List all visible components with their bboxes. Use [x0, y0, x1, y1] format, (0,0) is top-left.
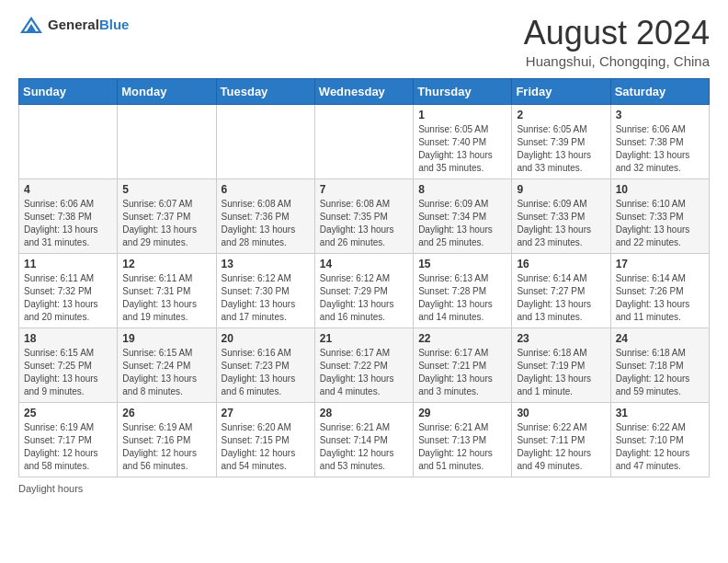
day-number: 15: [418, 258, 506, 270]
day-info: Sunrise: 6:06 AM Sunset: 7:38 PM Dayligh…: [24, 198, 112, 249]
day-number: 25: [24, 407, 112, 419]
week-row-5: 25Sunrise: 6:19 AM Sunset: 7:17 PM Dayli…: [19, 402, 710, 477]
day-info: Sunrise: 6:14 AM Sunset: 7:27 PM Dayligh…: [517, 272, 605, 324]
day-number: 30: [517, 407, 605, 419]
calendar-cell: 14Sunrise: 6:12 AM Sunset: 7:29 PM Dayli…: [314, 253, 413, 327]
calendar-cell: 5Sunrise: 6:07 AM Sunset: 7:37 PM Daylig…: [118, 178, 216, 253]
day-number: 14: [320, 258, 408, 270]
calendar-cell: 16Sunrise: 6:14 AM Sunset: 7:27 PM Dayli…: [512, 253, 610, 327]
day-number: 22: [418, 332, 506, 345]
header-sunday: Sunday: [19, 78, 118, 104]
day-info: Sunrise: 6:07 AM Sunset: 7:37 PM Dayligh…: [122, 198, 210, 249]
header-wednesday: Wednesday: [314, 78, 413, 104]
calendar-cell: [118, 104, 216, 178]
calendar-cell: [19, 104, 118, 178]
week-row-4: 18Sunrise: 6:15 AM Sunset: 7:25 PM Dayli…: [19, 327, 710, 402]
day-info: Sunrise: 6:17 AM Sunset: 7:22 PM Dayligh…: [320, 347, 408, 398]
day-info: Sunrise: 6:17 AM Sunset: 7:21 PM Dayligh…: [418, 347, 506, 398]
logo-general-text: General: [48, 17, 99, 32]
header-friday: Friday: [512, 78, 610, 104]
day-number: 19: [122, 332, 210, 345]
calendar-cell: 7Sunrise: 6:08 AM Sunset: 7:35 PM Daylig…: [314, 178, 413, 253]
day-info: Sunrise: 6:20 AM Sunset: 7:15 PM Dayligh…: [222, 421, 310, 473]
day-info: Sunrise: 6:08 AM Sunset: 7:35 PM Dayligh…: [320, 198, 408, 249]
day-info: Sunrise: 6:12 AM Sunset: 7:30 PM Dayligh…: [222, 272, 310, 324]
day-info: Sunrise: 6:16 AM Sunset: 7:23 PM Dayligh…: [222, 347, 310, 398]
header-tuesday: Tuesday: [216, 78, 314, 104]
logo-icon: [18, 15, 44, 35]
calendar-cell: 1Sunrise: 6:05 AM Sunset: 7:40 PM Daylig…: [414, 104, 512, 178]
day-number: 9: [517, 183, 605, 196]
day-number: 10: [616, 183, 704, 196]
calendar-cell: 8Sunrise: 6:09 AM Sunset: 7:34 PM Daylig…: [414, 178, 512, 253]
day-info: Sunrise: 6:05 AM Sunset: 7:39 PM Dayligh…: [517, 123, 605, 175]
day-info: Sunrise: 6:18 AM Sunset: 7:18 PM Dayligh…: [616, 347, 704, 398]
calendar-cell: [314, 104, 413, 178]
day-info: Sunrise: 6:18 AM Sunset: 7:19 PM Dayligh…: [517, 347, 605, 398]
calendar-cell: 11Sunrise: 6:11 AM Sunset: 7:32 PM Dayli…: [19, 253, 118, 327]
day-info: Sunrise: 6:15 AM Sunset: 7:24 PM Dayligh…: [122, 347, 210, 398]
day-number: 27: [222, 407, 310, 419]
calendar-cell: 10Sunrise: 6:10 AM Sunset: 7:33 PM Dayli…: [610, 178, 709, 253]
day-number: 31: [616, 407, 704, 419]
day-number: 13: [222, 258, 310, 270]
calendar-cell: 23Sunrise: 6:18 AM Sunset: 7:19 PM Dayli…: [512, 327, 610, 402]
day-info: Sunrise: 6:06 AM Sunset: 7:38 PM Dayligh…: [616, 123, 704, 175]
calendar-cell: 2Sunrise: 6:05 AM Sunset: 7:39 PM Daylig…: [512, 104, 610, 178]
day-number: 12: [122, 258, 210, 270]
day-number: 1: [418, 109, 506, 121]
day-number: 7: [320, 183, 408, 196]
day-number: 29: [418, 407, 506, 419]
month-year-title: August 2024: [524, 15, 710, 52]
header-thursday: Thursday: [414, 78, 512, 104]
calendar-cell: [216, 104, 314, 178]
week-row-1: 1Sunrise: 6:05 AM Sunset: 7:40 PM Daylig…: [19, 104, 710, 178]
calendar-cell: 28Sunrise: 6:21 AM Sunset: 7:14 PM Dayli…: [314, 402, 413, 477]
day-info: Sunrise: 6:10 AM Sunset: 7:33 PM Dayligh…: [616, 198, 704, 249]
day-info: Sunrise: 6:11 AM Sunset: 7:32 PM Dayligh…: [24, 272, 112, 324]
day-info: Sunrise: 6:12 AM Sunset: 7:29 PM Dayligh…: [320, 272, 408, 324]
header-monday: Monday: [118, 78, 216, 104]
day-info: Sunrise: 6:13 AM Sunset: 7:28 PM Dayligh…: [418, 272, 506, 324]
day-info: Sunrise: 6:21 AM Sunset: 7:14 PM Dayligh…: [320, 421, 408, 473]
weekday-header-row: Sunday Monday Tuesday Wednesday Thursday…: [19, 78, 710, 104]
day-info: Sunrise: 6:22 AM Sunset: 7:11 PM Dayligh…: [517, 421, 605, 473]
calendar-cell: 27Sunrise: 6:20 AM Sunset: 7:15 PM Dayli…: [216, 402, 314, 477]
day-info: Sunrise: 6:22 AM Sunset: 7:10 PM Dayligh…: [616, 421, 704, 473]
calendar-cell: 18Sunrise: 6:15 AM Sunset: 7:25 PM Dayli…: [19, 327, 118, 402]
calendar-cell: 12Sunrise: 6:11 AM Sunset: 7:31 PM Dayli…: [118, 253, 216, 327]
day-number: 4: [24, 183, 112, 196]
day-number: 26: [122, 407, 210, 419]
header: GeneralBlue August 2024 Huangshui, Chong…: [18, 15, 710, 69]
calendar-cell: 3Sunrise: 6:06 AM Sunset: 7:38 PM Daylig…: [610, 104, 709, 178]
day-info: Sunrise: 6:21 AM Sunset: 7:13 PM Dayligh…: [418, 421, 506, 473]
day-info: Sunrise: 6:15 AM Sunset: 7:25 PM Dayligh…: [24, 347, 112, 398]
header-saturday: Saturday: [610, 78, 709, 104]
calendar-cell: 22Sunrise: 6:17 AM Sunset: 7:21 PM Dayli…: [414, 327, 512, 402]
title-area: August 2024 Huangshui, Chongqing, China: [524, 15, 710, 69]
day-info: Sunrise: 6:14 AM Sunset: 7:26 PM Dayligh…: [616, 272, 704, 324]
calendar-cell: 20Sunrise: 6:16 AM Sunset: 7:23 PM Dayli…: [216, 327, 314, 402]
day-number: 18: [24, 332, 112, 345]
day-info: Sunrise: 6:19 AM Sunset: 7:17 PM Dayligh…: [24, 421, 112, 473]
calendar-cell: 9Sunrise: 6:09 AM Sunset: 7:33 PM Daylig…: [512, 178, 610, 253]
calendar-cell: 4Sunrise: 6:06 AM Sunset: 7:38 PM Daylig…: [19, 178, 118, 253]
calendar-table: Sunday Monday Tuesday Wednesday Thursday…: [18, 78, 710, 477]
day-number: 23: [517, 332, 605, 345]
logo-blue-text: Blue: [99, 17, 130, 32]
day-number: 8: [418, 183, 506, 196]
day-info: Sunrise: 6:09 AM Sunset: 7:33 PM Dayligh…: [517, 198, 605, 249]
day-info: Sunrise: 6:09 AM Sunset: 7:34 PM Dayligh…: [418, 198, 506, 249]
calendar-cell: 19Sunrise: 6:15 AM Sunset: 7:24 PM Dayli…: [118, 327, 216, 402]
logo: GeneralBlue: [18, 15, 129, 35]
day-number: 20: [222, 332, 310, 345]
calendar-cell: 13Sunrise: 6:12 AM Sunset: 7:30 PM Dayli…: [216, 253, 314, 327]
day-number: 24: [616, 332, 704, 345]
calendar-cell: 29Sunrise: 6:21 AM Sunset: 7:13 PM Dayli…: [414, 402, 512, 477]
day-info: Sunrise: 6:08 AM Sunset: 7:36 PM Dayligh…: [222, 198, 310, 249]
day-number: 28: [320, 407, 408, 419]
location-subtitle: Huangshui, Chongqing, China: [524, 53, 710, 69]
day-number: 11: [24, 258, 112, 270]
calendar-cell: 6Sunrise: 6:08 AM Sunset: 7:36 PM Daylig…: [216, 178, 314, 253]
calendar-cell: 17Sunrise: 6:14 AM Sunset: 7:26 PM Dayli…: [610, 253, 709, 327]
